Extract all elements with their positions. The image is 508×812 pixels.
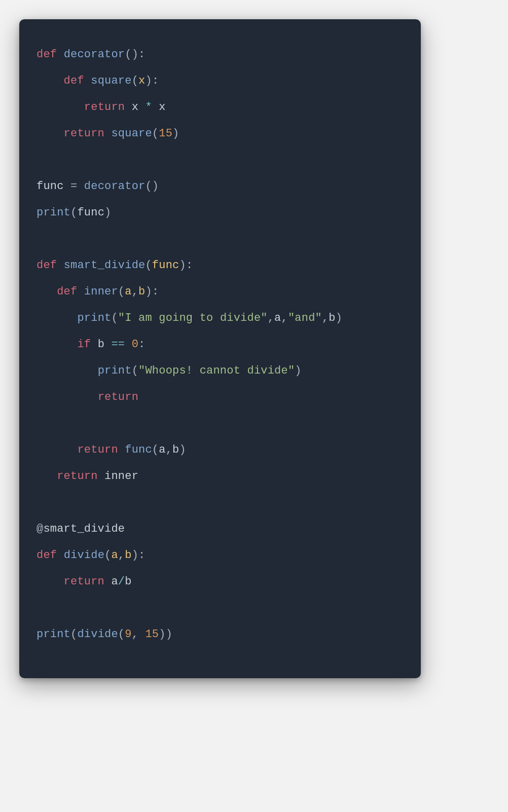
call-divide: divide <box>77 628 118 641</box>
decorator-name: smart_divide <box>43 523 125 535</box>
punct: ) <box>336 312 342 324</box>
punct: ) <box>132 549 138 562</box>
punct: ) <box>179 444 186 456</box>
punct: ) <box>152 180 159 193</box>
keyword-return: return <box>57 470 97 483</box>
keyword-def: def <box>57 285 77 298</box>
num-0: 0 <box>132 338 138 351</box>
ident-func: func <box>37 180 64 193</box>
punct: , <box>281 312 288 324</box>
ident-b: b <box>172 444 179 456</box>
keyword-return: return <box>84 101 125 114</box>
ident-a: a <box>274 312 281 324</box>
punct: , <box>268 312 274 324</box>
param-b: b <box>138 285 145 298</box>
param-a: a <box>111 549 118 562</box>
punct: ) <box>179 259 186 272</box>
punct: ) <box>295 364 301 377</box>
ident-b: b <box>125 575 131 588</box>
punct: ( <box>125 48 131 61</box>
punct: ) <box>172 127 179 140</box>
punct: ) <box>166 628 172 641</box>
punct: ( <box>145 180 152 193</box>
punct: ( <box>132 364 138 377</box>
keyword-def: def <box>37 259 57 272</box>
punct: ( <box>152 444 159 456</box>
keyword-return: return <box>77 444 118 456</box>
keyword-if: if <box>77 338 91 351</box>
keyword-def: def <box>37 48 57 61</box>
punct: , <box>118 549 125 562</box>
call-print: print <box>37 206 70 219</box>
punct: ( <box>118 285 125 298</box>
fn-divide: divide <box>64 549 104 562</box>
ident-a: a <box>159 444 165 456</box>
punct: : <box>138 549 145 562</box>
punct: ( <box>104 549 111 562</box>
code-block: def decorator(): def square(x): return x… <box>37 42 404 648</box>
call-square: square <box>111 127 152 140</box>
punct: : <box>138 338 145 351</box>
punct: , <box>166 444 172 456</box>
decorator-at: @ <box>37 523 43 535</box>
op-eqeq: == <box>111 338 125 351</box>
num-15: 15 <box>145 628 159 641</box>
punct: ( <box>132 75 138 87</box>
call-print: print <box>37 628 70 641</box>
punct: : <box>152 285 159 298</box>
ident-b: b <box>98 338 104 351</box>
fn-square: square <box>91 75 131 87</box>
ident-func: func <box>77 206 104 219</box>
ident-inner: inner <box>104 470 138 483</box>
str-whoops: "Whoops! cannot divide" <box>138 364 295 377</box>
punct: , <box>322 312 329 324</box>
fn-decorator: decorator <box>64 48 125 61</box>
punct: , <box>132 285 138 298</box>
punct: : <box>152 75 159 87</box>
punct: : <box>186 259 193 272</box>
punct: ) <box>159 628 165 641</box>
punct: ( <box>111 312 118 324</box>
num-9: 9 <box>125 628 131 641</box>
param-x: x <box>138 75 145 87</box>
str-and: "and" <box>288 312 322 324</box>
keyword-return: return <box>64 127 104 140</box>
fn-smart-divide: smart_divide <box>64 259 146 272</box>
punct: ( <box>152 127 159 140</box>
punct: ( <box>70 206 77 219</box>
punct: , <box>132 628 138 641</box>
param-func: func <box>152 259 179 272</box>
punct: ( <box>118 628 125 641</box>
punct: ) <box>104 206 111 219</box>
keyword-return: return <box>64 575 104 588</box>
call-print: print <box>98 364 132 377</box>
ident-x: x <box>159 101 165 114</box>
param-a: a <box>125 285 131 298</box>
ident-a: a <box>111 575 118 588</box>
op-eq: = <box>70 180 77 193</box>
fn-inner: inner <box>84 285 118 298</box>
punct: ) <box>132 48 138 61</box>
ident-x: x <box>132 101 138 114</box>
keyword-def: def <box>64 75 84 87</box>
ident-b: b <box>329 312 335 324</box>
keyword-return: return <box>98 391 138 403</box>
param-b: b <box>125 549 131 562</box>
call-func: func <box>125 444 152 456</box>
keyword-def: def <box>37 549 57 562</box>
punct: ) <box>145 285 152 298</box>
punct: ( <box>145 259 152 272</box>
num-15: 15 <box>159 127 172 140</box>
call-print: print <box>77 312 111 324</box>
punct: ) <box>145 75 152 87</box>
code-card: def decorator(): def square(x): return x… <box>19 19 421 678</box>
op-slash: / <box>118 575 125 588</box>
str-going: "I am going to divide" <box>118 312 268 324</box>
punct: ( <box>70 628 77 641</box>
call-decorator: decorator <box>84 180 146 193</box>
op-star: * <box>145 101 152 114</box>
punct: : <box>138 48 145 61</box>
